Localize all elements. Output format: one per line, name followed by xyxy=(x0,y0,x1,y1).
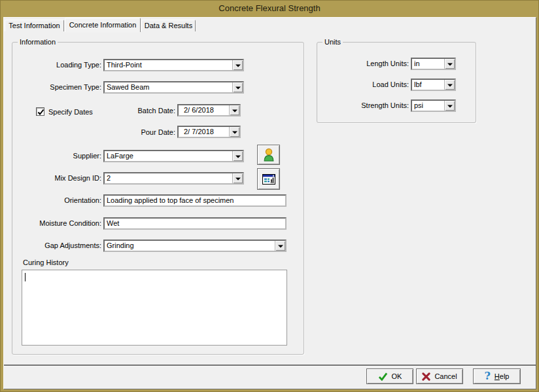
curing-history-textarea[interactable] xyxy=(22,270,287,346)
specimen-type-value: Sawed Beam xyxy=(107,83,231,92)
orientation-value: Loading applied to top face of specimen xyxy=(107,196,284,205)
pour-date-value: 2/ 7/2018 xyxy=(184,128,228,136)
units-group-label: Units xyxy=(322,38,343,46)
chevron-down-icon xyxy=(235,177,241,180)
button-bar-divider xyxy=(4,365,536,366)
moisture-condition-value: Wet xyxy=(107,219,284,228)
pour-date-dropdown-button[interactable] xyxy=(229,127,239,137)
units-group: Units Length Units: in Load Units: lbf S… xyxy=(317,42,476,123)
supplier-label: Supplier: xyxy=(12,152,101,160)
question-icon: ? xyxy=(484,371,490,382)
specimen-type-select[interactable]: Sawed Beam xyxy=(103,81,244,94)
tab-test-information[interactable]: Test Information xyxy=(5,20,64,31)
loading-type-dropdown-button[interactable] xyxy=(232,60,243,70)
mix-design-window-icon xyxy=(262,174,275,185)
chevron-down-icon xyxy=(278,245,283,247)
specimen-type-label: Specimen Type: xyxy=(12,83,101,92)
gap-adjustments-select[interactable]: Grinding xyxy=(103,240,287,252)
cancel-button[interactable]: Cancel xyxy=(416,368,463,384)
load-units-select[interactable]: lbf xyxy=(411,79,456,91)
strength-units-value: psi xyxy=(414,101,443,110)
chevron-down-icon xyxy=(447,105,453,107)
tab-concrete-information[interactable]: Concrete Information xyxy=(65,18,141,32)
curing-history-label: Curing History xyxy=(23,258,101,267)
person-icon xyxy=(263,148,275,162)
loading-type-label: Loading Type: xyxy=(12,61,101,69)
strength-units-dropdown-button[interactable] xyxy=(444,101,455,111)
text-caret xyxy=(25,273,26,281)
length-units-label: Length Units: xyxy=(317,60,409,68)
length-units-select[interactable]: in xyxy=(411,58,456,70)
moisture-condition-label: Moisture Condition: xyxy=(12,219,101,228)
load-units-label: Load Units: xyxy=(317,80,409,89)
length-units-value: in xyxy=(414,60,443,68)
chevron-down-icon xyxy=(447,63,453,65)
chevron-down-icon xyxy=(235,64,241,67)
loading-type-select[interactable]: Third-Point xyxy=(103,59,244,71)
ok-button-label: OK xyxy=(392,372,402,380)
orientation-label: Orientation: xyxy=(12,196,101,205)
tab-data-results[interactable]: Data & Results xyxy=(141,20,196,31)
mix-design-id-dropdown-button[interactable] xyxy=(232,173,243,183)
window-title: Concrete Flexural Strength xyxy=(218,3,320,13)
loading-type-value: Third-Point xyxy=(107,61,231,69)
strength-units-label: Strength Units: xyxy=(317,101,409,110)
check-icon xyxy=(378,372,388,381)
gap-adjustments-value: Grinding xyxy=(107,241,273,250)
information-group: Information Loading Type: Third-Point Sp… xyxy=(12,42,304,355)
load-units-value: lbf xyxy=(414,80,443,89)
batch-date-value: 2/ 6/2018 xyxy=(184,106,228,115)
chevron-down-icon xyxy=(232,109,237,112)
information-group-label: Information xyxy=(18,38,58,46)
mix-design-details-button[interactable] xyxy=(257,168,280,190)
ok-button[interactable]: OK xyxy=(366,368,413,384)
chevron-down-icon xyxy=(447,84,453,86)
mix-design-id-label: Mix Design ID: xyxy=(12,174,101,183)
gap-adjustments-label: Gap Adjustments: xyxy=(12,241,101,250)
dialog-body: Test Information Concrete Information Da… xyxy=(3,17,536,389)
tab-label: Data & Results xyxy=(145,22,192,29)
tab-label: Concrete Information xyxy=(69,21,137,29)
length-units-dropdown-button[interactable] xyxy=(444,59,455,69)
chevron-down-icon xyxy=(232,131,237,134)
supplier-select[interactable]: LaFarge xyxy=(103,150,244,162)
specify-dates-checkbox[interactable] xyxy=(36,107,44,116)
help-button[interactable]: ? Help xyxy=(473,368,521,384)
edit-suppliers-button[interactable] xyxy=(257,145,280,165)
chevron-down-icon xyxy=(235,155,241,158)
supplier-dropdown-button[interactable] xyxy=(232,151,243,161)
moisture-condition-input[interactable]: Wet xyxy=(103,217,287,230)
specimen-type-dropdown-button[interactable] xyxy=(232,82,243,92)
concrete-flexural-strength-dialog: Concrete Flexural Strength Test Informat… xyxy=(0,0,539,392)
cancel-button-label: Cancel xyxy=(434,372,457,380)
batch-date-label: Batch Date: xyxy=(111,107,175,115)
supplier-value: LaFarge xyxy=(107,152,231,160)
chevron-down-icon xyxy=(235,86,241,89)
gap-adjustments-dropdown-button[interactable] xyxy=(275,241,285,251)
orientation-input[interactable]: Loading applied to top face of specimen xyxy=(103,194,287,207)
load-units-dropdown-button[interactable] xyxy=(444,80,455,90)
pour-date-picker[interactable]: 2/ 7/2018 xyxy=(177,126,241,138)
batch-date-dropdown-button[interactable] xyxy=(229,105,239,115)
checkmark-icon xyxy=(37,108,45,116)
pour-date-label: Pour Date: xyxy=(111,128,175,137)
strength-units-select[interactable]: psi xyxy=(411,99,456,112)
mix-design-id-value: 2 xyxy=(107,174,231,183)
x-icon xyxy=(422,372,430,381)
tab-label: Test Information xyxy=(9,22,60,29)
help-button-label: Help xyxy=(495,372,510,380)
title-bar: Concrete Flexural Strength xyxy=(1,1,538,17)
batch-date-picker[interactable]: 2/ 6/2018 xyxy=(177,104,241,116)
mix-design-id-select[interactable]: 2 xyxy=(103,172,244,185)
